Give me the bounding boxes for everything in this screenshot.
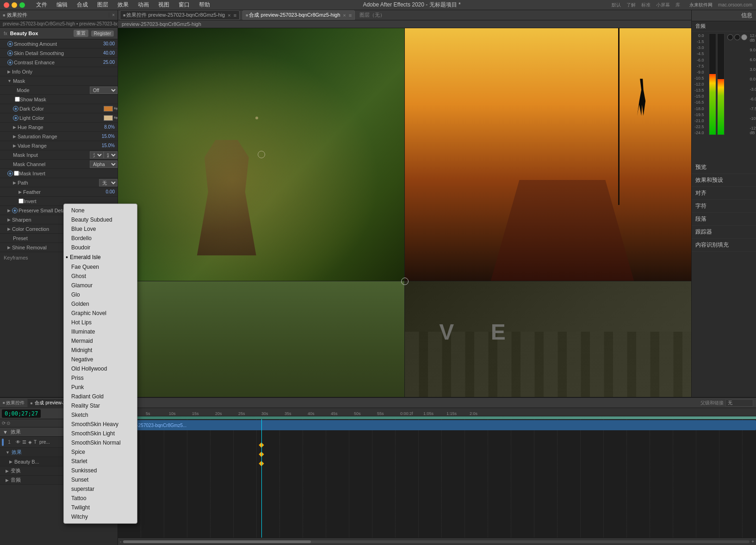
preset-priss[interactable]: Priss <box>64 373 137 383</box>
info-toggle[interactable]: ▶ <box>7 69 11 74</box>
zoom-in-btn[interactable]: + <box>751 539 754 544</box>
preset-none[interactable]: None <box>64 206 137 215</box>
register-button[interactable]: Register <box>91 31 114 37</box>
expand-btn[interactable]: ▼ <box>3 429 8 435</box>
preset-graphic-novel[interactable]: Graphic Novel <box>64 309 137 318</box>
mask-channel-select[interactable]: Alpha <box>90 161 118 168</box>
contrast-value[interactable]: 25.00 <box>103 60 118 65</box>
close-button[interactable] <box>4 2 9 8</box>
preset-glo[interactable]: Glo <box>64 290 137 299</box>
light-color-swatch[interactable] <box>104 115 113 121</box>
val-range-value[interactable]: 15.0% <box>102 143 118 148</box>
preset-bordello[interactable]: Bordello <box>64 234 137 243</box>
menu-animate[interactable]: 动画 <box>136 1 151 9</box>
preset-blue-love[interactable]: Blue Love <box>64 224 137 234</box>
preset-twilight[interactable]: Twilight <box>64 503 137 512</box>
workspace-standard[interactable]: 标准 <box>641 2 651 8</box>
preset-negative[interactable]: Negative <box>64 355 137 364</box>
preserve-toggle[interactable]: ▶ <box>7 208 11 213</box>
zoom-slider[interactable] <box>123 540 750 543</box>
path-select[interactable]: 无 <box>99 179 118 186</box>
content-section[interactable]: 内容识别填充 <box>692 239 756 252</box>
fullscreen-button[interactable] <box>19 2 25 8</box>
mask-toggle[interactable]: ▼ <box>7 79 12 83</box>
mask-input-select2[interactable]: 源 <box>104 151 118 159</box>
preset-boudoir[interactable]: Boudoir <box>64 243 137 252</box>
skin-detail-value[interactable]: 40.00 <box>103 50 118 56</box>
layer-switch-4[interactable]: T <box>34 440 37 445</box>
layer-switch-1[interactable]: 👁 <box>16 440 20 445</box>
skin-stopwatch[interactable]: ◉ <box>7 50 13 56</box>
layer-switch-3[interactable]: ◈ <box>28 440 32 445</box>
feather-toggle[interactable]: ▶ <box>19 190 22 194</box>
preset-illuminate[interactable]: Illuminate <box>64 327 137 336</box>
preset-beauty-subdued[interactable]: Beauty Subdued <box>64 215 137 224</box>
menu-comp[interactable]: 合成 <box>75 1 90 9</box>
timeline-timecode[interactable]: 0;00;27;27 <box>2 409 41 418</box>
preset-sunkissed[interactable]: Sunkissed <box>64 466 137 475</box>
hue-toggle[interactable]: ▶ <box>13 125 16 130</box>
preset-mermaid[interactable]: Mermaid <box>64 336 137 346</box>
preset-sketch[interactable]: Sketch <box>64 410 137 420</box>
workspace-library[interactable]: 库 <box>675 2 680 8</box>
tl-tab-fx[interactable]: 效果控件 <box>6 400 25 406</box>
zoom-out-btn[interactable]: - <box>120 539 121 544</box>
parent-select[interactable]: 无 <box>725 399 753 407</box>
preset-punk[interactable]: Punk <box>64 383 137 392</box>
comp-tab[interactable]: 合成 preview-257023-bqnCr8Gmz5-high <box>249 12 340 19</box>
reset-button[interactable]: 重置 <box>74 30 88 37</box>
contrast-stopwatch[interactable]: ◉ <box>7 60 13 65</box>
mask-invert-stopwatch[interactable]: ◉ <box>7 171 13 176</box>
preset-glamour[interactable]: Glamour <box>64 281 137 290</box>
fx-tab[interactable]: 效果控件 preview-257023-bqnCr8Gmz5-hig <box>126 12 225 19</box>
preset-emerald-isle[interactable]: Emerald Isle <box>64 252 137 262</box>
preset-spice[interactable]: Spice <box>64 447 137 457</box>
tracker-section[interactable]: 跟踪器 <box>692 226 756 239</box>
menu-view[interactable]: 视图 <box>156 1 171 9</box>
sharpen-toggle[interactable]: ▶ <box>7 217 11 222</box>
preset-old-hollywood[interactable]: Old Hollywood <box>64 364 137 373</box>
layer-switch-2[interactable]: ☰ <box>22 440 26 445</box>
preset-ghost[interactable]: Ghost <box>64 272 137 281</box>
comp-tab-close[interactable]: × <box>343 12 346 18</box>
path-toggle[interactable]: ▶ <box>13 180 16 185</box>
preset-witchy[interactable]: Witchy <box>64 512 137 521</box>
shine-toggle[interactable]: ▶ <box>7 245 11 250</box>
smoothing-stopwatch[interactable]: ◉ <box>7 41 13 47</box>
feather-value[interactable]: 0.00 <box>106 189 118 194</box>
loop-btn[interactable]: ⟳ <box>2 421 6 426</box>
preserve-stopwatch[interactable]: ◉ <box>12 208 18 213</box>
smoothing-value[interactable]: 30.00 <box>103 41 118 46</box>
menu-edit[interactable]: 编辑 <box>55 1 69 9</box>
menu-effects[interactable]: 效果 <box>116 1 130 9</box>
playhead[interactable] <box>261 419 262 538</box>
menu-file[interactable]: 文件 <box>34 1 49 9</box>
fx-tab-close[interactable]: × <box>228 12 230 18</box>
light-color-stopwatch[interactable]: ◉ <box>13 115 19 121</box>
preview-section[interactable]: 预览 <box>692 161 756 174</box>
sat-range-value[interactable]: 15.0% <box>102 134 118 139</box>
preset-golden[interactable]: Golden <box>64 299 137 309</box>
preset-radiant-gold[interactable]: Radiant Gold <box>64 392 137 401</box>
show-mask-checkbox[interactable] <box>15 97 20 102</box>
main-track[interactable]: preview-257023-bqnCr8Gmz5... <box>118 420 756 430</box>
paragraph-section[interactable]: 段落 <box>692 213 756 226</box>
preset-smoothskin-heavy[interactable]: SmoothSkin Heavy <box>64 420 137 429</box>
preset-reality-star[interactable]: Reality Star <box>64 401 137 410</box>
dark-color-edit[interactable]: ⇆ <box>114 106 118 111</box>
comp-tab-menu[interactable]: ≡ <box>349 12 352 18</box>
color-correction-toggle[interactable]: ▶ <box>7 227 11 231</box>
hue-range-value[interactable]: 8.0% <box>104 124 118 130</box>
dark-color-swatch[interactable] <box>104 106 113 111</box>
preset-smoothskin-normal[interactable]: SmoothSkin Normal <box>64 438 137 447</box>
mask-input-select1[interactable]: 无 <box>90 151 104 159</box>
preset-smoothskin-light[interactable]: SmoothSkin Light <box>64 429 137 438</box>
preset-tattoo[interactable]: Tattoo <box>64 494 137 503</box>
sat-toggle[interactable]: ▶ <box>13 134 16 139</box>
preset-superstar[interactable]: superstar <box>64 484 137 494</box>
workspace-small[interactable]: 小屏幕 <box>656 2 670 8</box>
layer-name[interactable]: pre... <box>39 440 50 445</box>
align-section[interactable]: 对齐 <box>692 187 756 200</box>
mode-select[interactable]: Off <box>90 87 118 94</box>
dark-color-stopwatch[interactable]: ◉ <box>13 106 19 111</box>
